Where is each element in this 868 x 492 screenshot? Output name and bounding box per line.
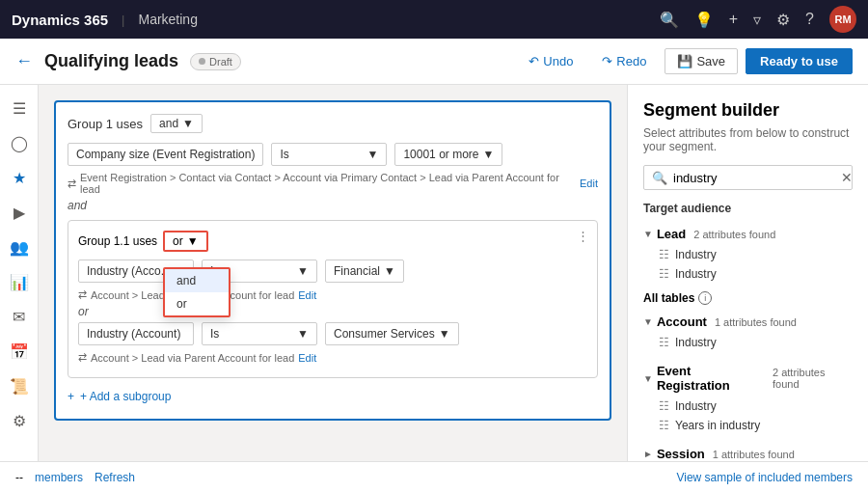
chevron-down-icon: ▼ [482, 148, 494, 161]
redo-icon: ↷ [602, 54, 612, 68]
value-1-select[interactable]: 10001 or more ▼ [394, 143, 502, 166]
target-audience-label: Target audience [643, 202, 853, 215]
add-subgroup-button[interactable]: + + Add a subgroup [68, 386, 598, 407]
panel-subtitle: Select attributes from below to construc… [643, 126, 853, 153]
sidebar-chart-icon[interactable]: 📊 [4, 266, 35, 297]
sub-field-2-select[interactable]: Industry (Account) [78, 322, 194, 345]
session-section-name: Session [657, 447, 705, 461]
redo-button[interactable]: ↷ Redo [591, 48, 657, 74]
chevron-down-icon: ▼ [187, 234, 199, 248]
save-button[interactable]: 💾 Save [665, 48, 738, 74]
settings-icon[interactable]: ⚙ [776, 11, 790, 29]
chevron-down-icon: ▼ [297, 327, 309, 341]
main-layout: ☰ ◯ ★ ▶ 👥 📊 ✉ 📅 📜 ⚙ Group 1 uses and ▼ [0, 85, 868, 461]
all-tables-label: All tables [643, 291, 694, 305]
chevron-down-icon: ▼ [367, 148, 379, 161]
ready-to-use-button[interactable]: Ready to use [746, 48, 853, 74]
event-reg-years-item[interactable]: ☷ Years in industry [643, 416, 853, 435]
event-reg-industry-item[interactable]: ☷ Industry [643, 396, 853, 416]
segment-builder-panel: Segment builder Select attributes from b… [627, 85, 868, 461]
sub-operator-2-select[interactable]: Is ▼ [202, 322, 317, 345]
lightbulb-icon[interactable]: 💡 [694, 11, 714, 29]
sidebar-home-icon[interactable]: ◯ [4, 127, 35, 158]
clear-search-icon[interactable]: ✕ [841, 170, 853, 185]
group-1-operator-dropdown[interactable]: and ▼ [150, 114, 203, 133]
sub-edit-2-link[interactable]: Edit [298, 352, 316, 364]
subgroup-1-1-header: Group 1.1 uses or ▼ and or [78, 231, 587, 252]
search-icon[interactable]: 🔍 [660, 11, 679, 29]
sub-value-2-select[interactable]: Consumer Services ▼ [325, 322, 459, 345]
and-label-1: and [68, 199, 598, 212]
refresh-link[interactable]: Refresh [95, 471, 135, 484]
panel-title: Segment builder [643, 100, 853, 121]
members-link[interactable]: members [35, 471, 83, 484]
event-reg-section-header[interactable]: ▼ Event Registration 2 attributes found [643, 360, 853, 396]
subgroup-dots-menu[interactable]: ⋮ [577, 229, 589, 243]
sidebar-menu-icon[interactable]: ☰ [4, 93, 35, 123]
or-label-sub: or [78, 305, 587, 318]
sidebar-star-icon[interactable]: ★ [4, 162, 35, 193]
sub-condition-2-meta: ⇄ Account > Lead via Parent Account for … [78, 351, 587, 364]
sub-value-1-select[interactable]: Financial ▼ [325, 260, 404, 283]
attribute-search-input[interactable] [673, 171, 835, 185]
event-reg-attr-count: 2 attributes found [773, 367, 853, 390]
all-tables-header: All tables i [643, 291, 853, 305]
plus-icon[interactable]: + [729, 11, 738, 28]
undo-icon: ↶ [529, 54, 539, 68]
account-chevron-icon: ▼ [643, 316, 653, 327]
page-title: Qualifying leads [44, 51, 178, 71]
account-industry-label: Industry [675, 336, 717, 349]
account-section-header[interactable]: ▼ Account 1 attributes found [643, 311, 853, 333]
subgroup-1-1-box: Group 1.1 uses or ▼ and or [68, 220, 598, 378]
edit-1-link[interactable]: Edit [580, 178, 598, 189]
lead-industry-2-item[interactable]: ☷ Industry [643, 264, 853, 284]
chevron-down-icon: ▼ [297, 264, 309, 278]
nav-icons: 🔍 💡 + ▿ ⚙ ? RM [660, 6, 856, 33]
search-icon: 🔍 [652, 171, 667, 185]
sidebar-calendar-icon[interactable]: 📅 [4, 336, 35, 367]
field-1-select[interactable]: Company size (Event Registration) [68, 143, 263, 166]
back-button[interactable]: ← [15, 51, 33, 71]
lead-section-header[interactable]: ▼ Lead 2 attributes found [643, 223, 853, 245]
undo-button[interactable]: ↶ Undo [518, 48, 583, 74]
draft-dot [199, 58, 205, 65]
filter-icon[interactable]: ▿ [753, 11, 761, 29]
sidebar-people-icon[interactable]: 👥 [4, 232, 35, 262]
event-registration-section: ▼ Event Registration 2 attributes found … [643, 360, 853, 435]
condition-1-row: Company size (Event Registration) Is ▼ 1… [68, 143, 598, 166]
dropdown-and-option[interactable]: and [165, 269, 229, 292]
dropdown-or-option[interactable]: or [165, 292, 229, 315]
operator-1-select[interactable]: Is ▼ [271, 143, 387, 166]
app-title: Dynamics 365 [12, 12, 108, 28]
subgroup-operator-dropdown[interactable]: or ▼ [163, 231, 208, 252]
avatar[interactable]: RM [829, 6, 856, 33]
chevron-down-icon: ▼ [439, 327, 450, 341]
segment-canvas: Group 1 uses and ▼ Company size (Event R… [39, 85, 627, 461]
sub-edit-1-link[interactable]: Edit [298, 289, 316, 301]
sidebar-play-icon[interactable]: ▶ [4, 197, 35, 228]
sidebar-settings-icon[interactable]: ⚙ [4, 405, 35, 436]
sub-condition-1-meta: ⇄ Account > Lead via Parent Account for … [78, 288, 587, 301]
lead-industry-1-label: Industry [675, 248, 717, 261]
account-attr-count: 1 attributes found [715, 316, 797, 328]
lead-industry-1-item[interactable]: ☷ Industry [643, 245, 853, 264]
info-icon[interactable]: i [698, 291, 712, 305]
list-icon: ☷ [659, 267, 669, 281]
view-sample-link[interactable]: View sample of included members [676, 471, 853, 484]
account-section: ▼ Account 1 attributes found ☷ Industry [643, 311, 853, 352]
session-attr-count: 1 attributes found [713, 449, 795, 460]
help-icon[interactable]: ? [805, 11, 814, 28]
sidebar-mail-icon[interactable]: ✉ [4, 301, 35, 332]
lead-industry-2-label: Industry [675, 267, 717, 281]
session-section: ► Session 1 attributes found [643, 443, 853, 461]
event-reg-industry-label: Industry [675, 399, 717, 413]
account-industry-item[interactable]: ☷ Industry [643, 333, 853, 352]
nav-divider: | [122, 13, 124, 27]
list-icon: ☷ [659, 248, 669, 261]
bottom-bar: -- members Refresh View sample of includ… [0, 461, 868, 492]
session-section-header[interactable]: ► Session 1 attributes found [643, 443, 853, 461]
event-reg-section-name: Event Registration [657, 364, 765, 393]
status-badge: Draft [190, 53, 241, 70]
session-chevron-icon: ► [643, 449, 653, 459]
sidebar-database-icon[interactable]: 📜 [4, 370, 35, 401]
